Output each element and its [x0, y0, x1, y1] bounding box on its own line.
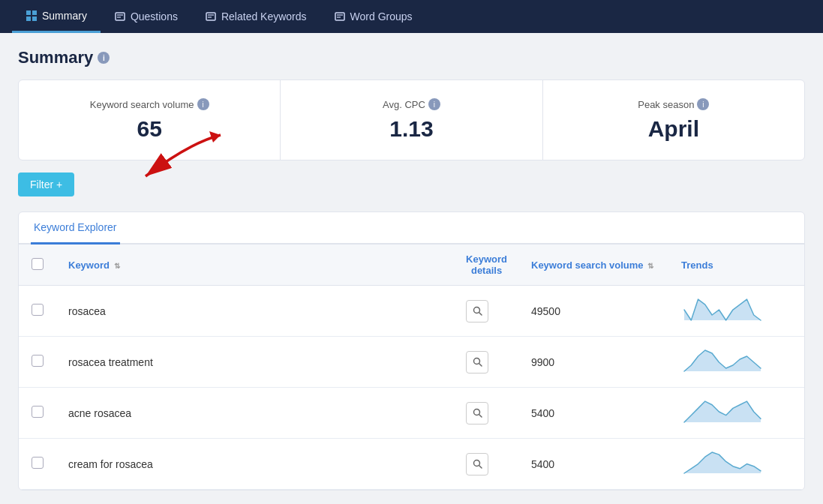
tab-keyword-explorer[interactable]: Keyword Explorer [31, 212, 120, 244]
table-row: cream for rosacea 5400 [19, 439, 804, 490]
th-keyword-details: Keyword details [454, 244, 519, 286]
metric-search-volume-label: Keyword search volume i [34, 98, 265, 110]
volume-sort-icon: ⇅ [647, 262, 653, 270]
row-checkbox-cell [19, 439, 56, 490]
trend-sparkline [681, 347, 764, 374]
row-keyword-details [454, 337, 519, 388]
table-row: acne rosacea 5400 [19, 388, 804, 439]
svg-line-22 [479, 415, 482, 418]
metric-avg-cpc: Avg. CPC i 1.13 [281, 80, 542, 160]
svg-rect-7 [206, 13, 215, 20]
svg-line-16 [479, 313, 482, 316]
table-header-row: Keyword ⇅ Keyword details Keyword search… [19, 244, 804, 286]
search-volume-info-icon[interactable]: i [197, 98, 209, 110]
svg-rect-1 [32, 10, 37, 15]
row-keyword-details [454, 286, 519, 337]
row-volume: 9900 [519, 337, 669, 388]
table-row: rosacea treatment 9900 [19, 337, 804, 388]
nav-label-questions: Questions [131, 10, 178, 22]
grid-icon [26, 10, 38, 22]
th-trends: Trends [669, 244, 804, 286]
nav-label-word-groups: Word Groups [350, 10, 413, 22]
top-nav: Summary Questions Related Keywords [0, 0, 823, 33]
th-keyword[interactable]: Keyword ⇅ [56, 244, 454, 286]
metric-avg-cpc-value: 1.13 [296, 116, 527, 142]
trend-sparkline [681, 449, 764, 476]
row-checkbox[interactable] [32, 457, 44, 469]
nav-label-summary: Summary [42, 10, 87, 22]
nav-item-related-keywords[interactable]: Related Keywords [191, 0, 320, 33]
svg-rect-4 [116, 13, 125, 20]
row-volume: 5400 [519, 439, 669, 490]
nav-item-summary[interactable]: Summary [12, 0, 101, 33]
metrics-row: Keyword search volume i 65 Avg. CPC i 1.… [18, 80, 805, 160]
row-trend [669, 337, 804, 388]
th-select-all[interactable] [19, 244, 56, 286]
row-keyword: rosacea treatment [56, 337, 454, 388]
keyword-details-button[interactable] [466, 402, 488, 424]
row-trend [669, 439, 804, 490]
keyword-sort-icon: ⇅ [114, 262, 120, 270]
svg-line-19 [479, 364, 482, 367]
row-keyword-details [454, 439, 519, 490]
keyword-table: Keyword ⇅ Keyword details Keyword search… [19, 244, 804, 490]
keyword-details-button[interactable] [466, 351, 488, 374]
metric-avg-cpc-label: Avg. CPC i [296, 98, 527, 110]
filter-area: Filter + [18, 172, 805, 196]
nav-item-questions[interactable]: Questions [101, 0, 191, 33]
svg-rect-0 [26, 10, 31, 15]
metric-peak-season: Peak season i April [543, 80, 804, 160]
svg-marker-17 [684, 299, 761, 320]
row-keyword: cream for rosacea [56, 439, 454, 490]
svg-line-25 [479, 466, 482, 469]
row-checkbox[interactable] [32, 406, 44, 418]
svg-rect-2 [26, 16, 31, 21]
tabs-header: Keyword Explorer [19, 212, 804, 244]
peak-season-info-icon[interactable]: i [697, 98, 709, 110]
row-keyword: rosacea [56, 286, 454, 337]
table-row: rosacea 49500 [19, 286, 804, 337]
row-checkbox-cell [19, 286, 56, 337]
row-volume: 5400 [519, 388, 669, 439]
metric-search-volume: Keyword search volume i 65 [19, 80, 281, 160]
row-checkbox[interactable] [32, 355, 44, 367]
row-checkbox[interactable] [32, 304, 44, 316]
metric-search-volume-value: 65 [34, 116, 265, 142]
row-trend [669, 388, 804, 439]
keyword-details-button[interactable] [466, 300, 488, 322]
metric-peak-season-label: Peak season i [558, 98, 789, 110]
metric-peak-season-value: April [558, 116, 789, 142]
filter-button[interactable]: Filter + [18, 172, 74, 196]
svg-marker-20 [684, 350, 761, 371]
row-volume: 49500 [519, 286, 669, 337]
row-trend [669, 286, 804, 337]
th-keyword-search-volume[interactable]: Keyword search volume ⇅ [519, 244, 669, 286]
svg-rect-10 [335, 13, 344, 20]
page-title-info-icon[interactable]: i [98, 52, 110, 64]
row-checkbox-cell [19, 388, 56, 439]
tab-section: Keyword Explorer Keyword ⇅ Keyword detai… [18, 212, 805, 490]
trend-sparkline [681, 296, 764, 323]
row-keyword: acne rosacea [56, 388, 454, 439]
question-icon [114, 10, 126, 22]
svg-rect-3 [32, 16, 37, 21]
tag-icon [334, 10, 346, 22]
keyword-details-button[interactable] [466, 453, 488, 476]
svg-marker-26 [684, 452, 761, 473]
nav-label-related-keywords: Related Keywords [221, 10, 307, 22]
list-icon [205, 10, 217, 22]
nav-item-word-groups[interactable]: Word Groups [320, 0, 426, 33]
avg-cpc-info-icon[interactable]: i [428, 98, 440, 110]
row-keyword-details [454, 388, 519, 439]
select-all-checkbox[interactable] [32, 258, 44, 270]
page-title: Summary i [18, 48, 805, 68]
row-checkbox-cell [19, 337, 56, 388]
trend-sparkline [681, 398, 764, 425]
